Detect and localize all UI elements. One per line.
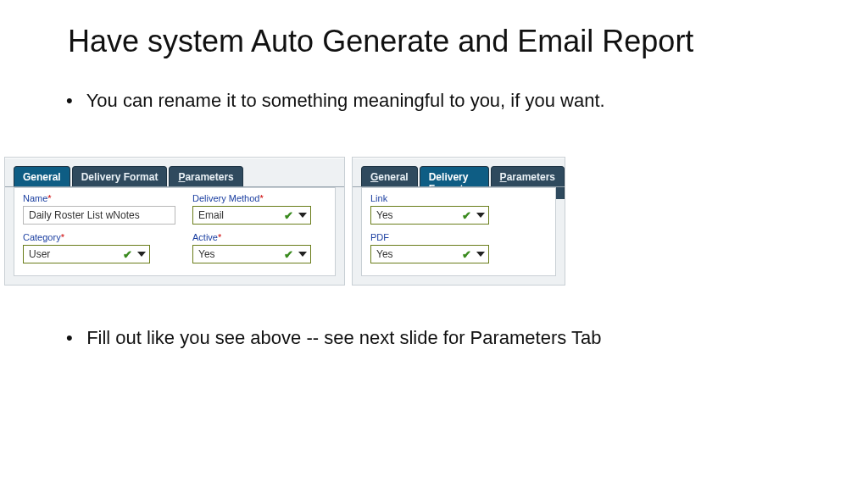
field-pdf: PDF Yes ✔ — [370, 232, 489, 263]
select-active[interactable]: Yes ✔ — [192, 245, 311, 263]
tab-general[interactable]: General — [14, 166, 70, 187]
chevron-down-icon — [476, 213, 485, 218]
label-pdf: PDF — [370, 232, 489, 242]
select-delivery-method-value: Email — [198, 209, 284, 221]
select-pdf-value: Yes — [376, 248, 462, 260]
select-pdf[interactable]: Yes ✔ — [370, 245, 489, 263]
bullet-dot-icon: • — [66, 90, 81, 112]
page-title: Have system Auto Generate and Email Repo… — [68, 24, 693, 59]
check-icon: ✔ — [284, 248, 293, 261]
field-delivery-method: Delivery Method* Email ✔ — [192, 193, 311, 225]
label-delivery-method: Delivery Method* — [192, 193, 311, 203]
tabbar-left: General Delivery Format Parameters — [14, 166, 243, 187]
select-delivery-method[interactable]: Email ✔ — [192, 206, 311, 225]
tab-parameters[interactable]: Parameters — [169, 166, 242, 187]
bullet-2: • Fill out like you see above -- see nex… — [66, 327, 812, 349]
check-icon: ✔ — [284, 209, 293, 222]
check-icon: ✔ — [462, 248, 471, 261]
chevron-down-icon — [476, 252, 485, 257]
select-category-value: User — [29, 248, 123, 260]
form-card-general: Name* Daily Roster List wNotes Category*… — [14, 187, 336, 276]
label-active: Active* — [192, 232, 311, 242]
slide: Have system Auto Generate and Email Repo… — [0, 0, 868, 488]
chevron-down-icon — [298, 213, 307, 218]
label-name: Name* — [23, 193, 175, 203]
tab-delivery-format-label: Delivery Format — [81, 171, 159, 183]
tab-general-right-accel: G — [370, 171, 378, 183]
form-card-delivery: Link Yes ✔ PDF Yes ✔ — [361, 187, 556, 276]
field-active: Active* Yes ✔ — [192, 232, 311, 263]
tab-general-label: General — [23, 171, 61, 183]
select-link[interactable]: Yes ✔ — [370, 206, 489, 225]
check-icon: ✔ — [462, 209, 471, 222]
panel-general: General Delivery Format Parameters Name*… — [4, 157, 345, 286]
bullet-1: • You can rename it to something meaning… — [66, 90, 812, 112]
field-link: Link Yes ✔ — [370, 193, 489, 225]
bullet-1-text: You can rename it to something meaningfu… — [86, 90, 605, 111]
select-active-value: Yes — [198, 248, 284, 260]
panel-delivery-format: General Delivery Format Parameters Link … — [352, 157, 565, 286]
tab-general-right-rest: eneral — [378, 171, 408, 183]
bullet-dot-icon: • — [66, 327, 81, 349]
field-category: Category* User ✔ — [23, 232, 150, 263]
bullet-2-text: Fill out like you see above -- see next … — [86, 327, 601, 348]
chevron-down-icon — [137, 252, 146, 257]
check-icon: ✔ — [123, 248, 132, 261]
chevron-down-icon — [298, 252, 307, 257]
input-name[interactable]: Daily Roster List wNotes — [23, 206, 175, 225]
tab-parameters-right-accel: P — [500, 171, 507, 183]
select-link-value: Yes — [376, 209, 462, 221]
tab-delivery-format[interactable]: Delivery Format — [72, 166, 168, 187]
tab-parameters-rest: arameters — [185, 171, 233, 183]
tab-parameters-right-rest: arameters — [507, 171, 555, 183]
input-name-value: Daily Roster List wNotes — [29, 209, 171, 221]
field-name: Name* Daily Roster List wNotes — [23, 193, 175, 225]
label-category: Category* — [23, 232, 150, 242]
select-category[interactable]: User ✔ — [23, 245, 150, 263]
label-link: Link — [370, 193, 489, 203]
